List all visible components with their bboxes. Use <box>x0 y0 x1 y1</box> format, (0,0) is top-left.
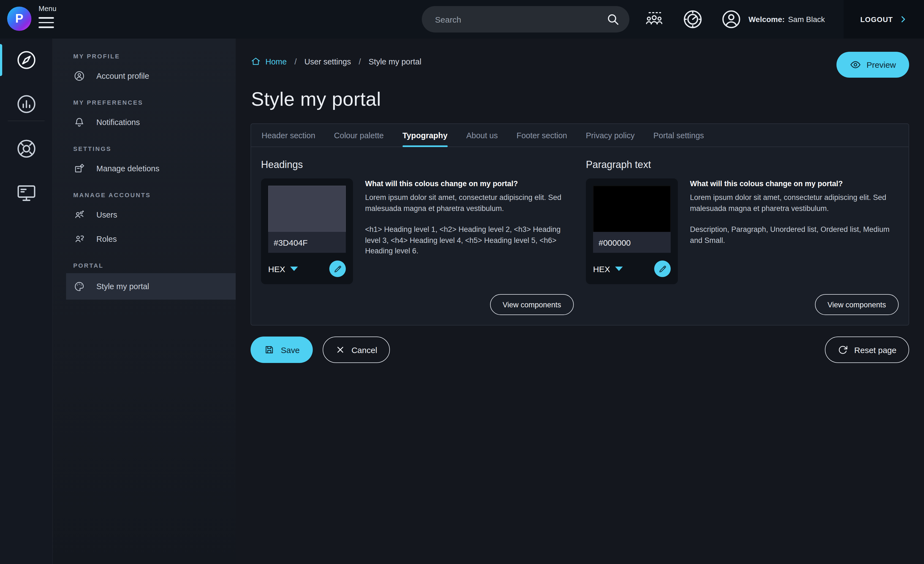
breadcrumb: Home / User settings / Style my portal <box>250 53 909 67</box>
top-bar: P Menu <box>0 0 924 39</box>
sidebar-item-manage-deletions[interactable]: Manage deletions <box>53 156 236 181</box>
paragraph-section: Paragraph text #000000 HEX <box>586 155 898 315</box>
home-icon <box>250 56 261 67</box>
roles-icon <box>73 233 86 245</box>
cancel-button[interactable]: Cancel <box>322 336 390 363</box>
save-icon <box>264 344 275 355</box>
paragraph-description: What will this colous change on my porta… <box>690 178 898 284</box>
rail-item-workstation[interactable] <box>0 176 53 210</box>
breadcrumb-separator: / <box>294 57 297 66</box>
headings-detail-text: <h1> Heading level 1, <h2> Heading level… <box>365 224 574 256</box>
sidebar-item-label: Manage deletions <box>96 164 159 173</box>
main-content: Home / User settings / Style my portal P… <box>236 39 924 564</box>
sidebar-item-roles[interactable]: Roles <box>53 227 236 251</box>
paragraph-title: Paragraph text <box>586 159 898 171</box>
breadcrumb-current-page: Style my portal <box>369 57 422 66</box>
sidebar-item-notifications[interactable]: Notifications <box>53 110 236 134</box>
menu-toggle[interactable]: Menu <box>39 4 57 28</box>
tab-header-section[interactable]: Header section <box>261 124 315 147</box>
pencil-icon <box>658 264 667 273</box>
breadcrumb-home-label: Home <box>266 57 286 66</box>
headings-color-card: #3D404F HEX <box>261 178 353 284</box>
sidebar-section-my-profile: MY PROFILE <box>73 53 236 60</box>
bell-icon <box>73 116 86 128</box>
paragraph-view-components-button[interactable]: View components <box>815 294 898 315</box>
sidebar-item-style-my-portal[interactable]: Style my portal <box>66 273 236 300</box>
tab-colour-palette[interactable]: Colour palette <box>334 124 384 147</box>
chevron-down-icon <box>290 267 298 271</box>
paragraph-color-card: #000000 HEX <box>586 178 678 284</box>
sidebar-item-label: Account profile <box>96 72 149 80</box>
account-profile-icon <box>73 70 86 82</box>
rail-item-compass[interactable] <box>0 43 53 77</box>
headings-description: What will this colous change on my porta… <box>365 178 574 284</box>
headings-edit-color-button[interactable] <box>329 261 346 277</box>
welcome-user-name: Sam Black <box>788 15 825 24</box>
tab-typography[interactable]: Typography <box>402 124 448 147</box>
search-icon[interactable] <box>606 13 620 26</box>
paragraph-question: What will this colous change on my porta… <box>690 180 898 188</box>
menu-label: Menu <box>39 4 57 13</box>
sidebar-item-label: Roles <box>96 235 117 243</box>
breadcrumb-home[interactable]: Home <box>250 56 286 67</box>
breadcrumb-separator: / <box>359 57 361 66</box>
headings-hex-format-dropdown[interactable]: HEX <box>268 264 298 273</box>
sidebar-section-portal: PORTAL <box>73 262 236 269</box>
close-icon <box>335 345 345 355</box>
chevron-right-icon <box>898 15 907 24</box>
sidebar-section-my-preferences: MY PREFERENCES <box>73 99 236 106</box>
reset-page-button[interactable]: Reset page <box>825 336 909 363</box>
headings-hex-value: #3D404F <box>268 232 346 253</box>
rail-item-settings[interactable] <box>0 132 53 166</box>
box-gear-icon <box>73 162 86 175</box>
search-input[interactable] <box>435 15 606 24</box>
headings-color-swatch[interactable] <box>268 186 346 232</box>
welcome-text: Welcome: Sam Black <box>748 0 825 39</box>
tab-portal-settings[interactable]: Portal settings <box>653 124 704 147</box>
paragraph-edit-color-button[interactable] <box>654 261 671 277</box>
headings-body-text: Lorem ipsum dolor sit amet, consectetur … <box>365 192 574 214</box>
preview-button[interactable]: Preview <box>836 52 909 78</box>
team-icon[interactable] <box>642 7 667 32</box>
paragraph-detail-text: Description, Paragraph, Unordered list, … <box>690 224 898 246</box>
hamburger-icon[interactable] <box>39 17 57 28</box>
headings-view-components-button[interactable]: View components <box>490 294 574 315</box>
logout-button[interactable]: LOGOUT <box>844 0 924 39</box>
headings-section: Headings #3D404F HEX <box>261 155 574 315</box>
tab-about-us[interactable]: About us <box>466 124 498 147</box>
app-logo: P <box>7 7 32 31</box>
pencil-icon <box>333 264 342 273</box>
typography-panel: Header section Colour palette Typography… <box>250 123 909 326</box>
settings-icon <box>15 137 38 160</box>
reset-page-label: Reset page <box>854 345 897 354</box>
sidebar-item-account-profile[interactable]: Account profile <box>53 64 236 88</box>
sidebar-item-label: Style my portal <box>96 282 149 291</box>
hex-format-label: HEX <box>268 264 285 273</box>
compass-icon <box>15 48 38 72</box>
paragraph-color-swatch[interactable] <box>593 186 671 232</box>
tab-privacy-policy[interactable]: Privacy policy <box>586 124 634 147</box>
sidebar: MY PROFILE Account profile MY PREFERENCE… <box>53 39 236 564</box>
paragraph-hex-value: #000000 <box>593 232 671 253</box>
reset-icon <box>838 345 848 355</box>
icon-rail <box>0 39 53 564</box>
profile-avatar-icon[interactable] <box>718 7 744 32</box>
tab-footer-section[interactable]: Footer section <box>516 124 567 147</box>
breadcrumb-user-settings[interactable]: User settings <box>304 57 351 66</box>
paragraph-hex-format-dropdown[interactable]: HEX <box>593 264 623 273</box>
headings-title: Headings <box>261 159 574 171</box>
sidebar-section-manage-accounts: MANAGE ACCOUNTS <box>73 192 236 198</box>
eye-icon <box>849 59 861 70</box>
save-button[interactable]: Save <box>250 336 313 363</box>
dashboard-gauge-icon[interactable] <box>680 7 705 32</box>
sidebar-item-users[interactable]: Users <box>53 202 236 227</box>
logout-label: LOGOUT <box>860 15 893 23</box>
sidebar-item-label: Notifications <box>96 118 140 127</box>
palette-icon <box>73 280 86 292</box>
chevron-down-icon <box>615 267 623 271</box>
search-bar <box>422 6 629 33</box>
rail-item-analytics[interactable] <box>0 87 53 121</box>
hex-format-label: HEX <box>593 264 610 273</box>
sidebar-item-label: Users <box>96 210 117 219</box>
welcome-label: Welcome: <box>748 15 784 24</box>
